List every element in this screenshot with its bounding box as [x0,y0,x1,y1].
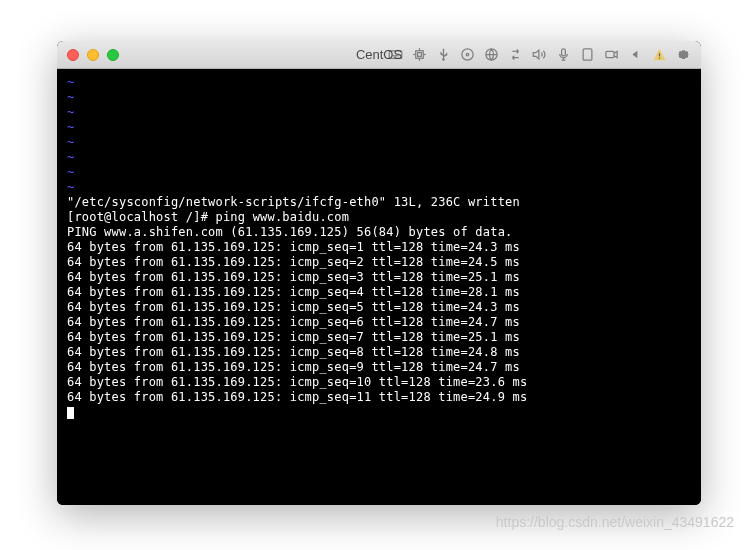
arrow-left-icon[interactable] [628,47,643,62]
ping-reply: 64 bytes from 61.135.169.125: icmp_seq=1… [67,375,527,389]
svg-point-13 [466,53,469,56]
shell-command: ping www.baidu.com [208,210,349,224]
svg-rect-7 [418,53,422,57]
svg-rect-20 [659,58,660,59]
tilde-line: ~ [67,120,74,134]
warning-icon[interactable] [652,47,667,62]
tilde-line: ~ [67,90,74,104]
titlebar[interactable]: CentOS [57,41,701,69]
ping-reply: 64 bytes from 61.135.169.125: icmp_seq=9… [67,360,520,374]
svg-rect-19 [659,53,660,56]
camera-icon[interactable] [604,47,619,62]
tilde-line: ~ [67,165,74,179]
disc-icon[interactable] [460,47,475,62]
ping-reply: 64 bytes from 61.135.169.125: icmp_seq=3… [67,270,520,284]
svg-rect-15 [562,49,566,56]
maximize-button[interactable] [107,49,119,61]
write-message: "/etc/sysconfig/network-scripts/ifcfg-et… [67,195,520,209]
usb-icon[interactable] [436,47,451,62]
tilde-line: ~ [67,105,74,119]
sound-icon[interactable] [532,47,547,62]
cursor [67,407,74,419]
cpu-icon[interactable] [412,47,427,62]
ping-reply: 64 bytes from 61.135.169.125: icmp_seq=1… [67,390,527,404]
terminal-body[interactable]: ~ ~ ~ ~ ~ ~ ~ ~ "/etc/sysconfig/network-… [57,69,701,505]
minimize-button[interactable] [87,49,99,61]
ping-header: PING www.a.shifen.com (61.135.169.125) 5… [67,225,512,239]
ping-reply: 64 bytes from 61.135.169.125: icmp_seq=4… [67,285,520,299]
shell-prompt: [root@localhost /]# [67,210,208,224]
ping-reply: 64 bytes from 61.135.169.125: icmp_seq=1… [67,240,520,254]
svg-rect-0 [389,51,402,59]
svg-rect-16 [583,49,592,60]
ping-reply: 64 bytes from 61.135.169.125: icmp_seq=8… [67,345,520,359]
gear-icon[interactable] [676,47,691,62]
transfer-icon[interactable] [508,47,523,62]
keyboard-icon[interactable] [388,47,403,62]
svg-rect-6 [416,51,424,59]
ping-reply: 64 bytes from 61.135.169.125: icmp_seq=7… [67,330,520,344]
watermark: https://blog.csdn.net/weixin_43491622 [496,514,734,530]
network-icon[interactable] [484,47,499,62]
traffic-lights [67,49,119,61]
mic-icon[interactable] [556,47,571,62]
tilde-line: ~ [67,75,74,89]
tilde-line: ~ [67,135,74,149]
vm-toolbar [388,47,691,62]
ping-reply: 64 bytes from 61.135.169.125: icmp_seq=2… [67,255,520,269]
tilde-line: ~ [67,180,74,194]
svg-rect-18 [606,51,614,57]
close-button[interactable] [67,49,79,61]
ping-reply: 64 bytes from 61.135.169.125: icmp_seq=6… [67,315,520,329]
terminal-window: CentOS ~ ~ ~ ~ ~ ~ ~ ~ "/etc/sysconfig/n… [57,41,701,505]
tilde-line: ~ [67,150,74,164]
svg-point-12 [462,49,473,60]
tablet-icon[interactable] [580,47,595,62]
ping-reply: 64 bytes from 61.135.169.125: icmp_seq=5… [67,300,520,314]
